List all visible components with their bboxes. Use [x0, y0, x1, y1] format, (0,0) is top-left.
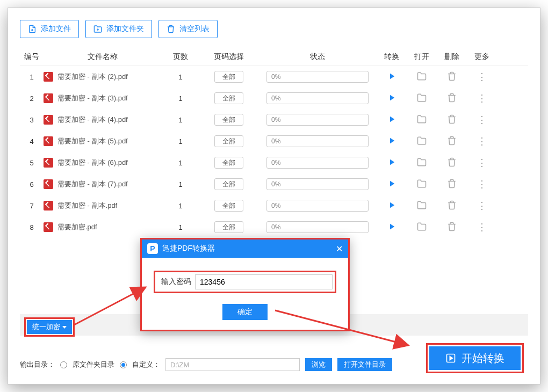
- convert-play-button[interactable]: [387, 71, 396, 83]
- add-file-button[interactable]: 添加文件: [20, 20, 79, 38]
- delete-icon[interactable]: [447, 93, 457, 104]
- col-convert: 转换: [377, 52, 407, 62]
- unify-encrypt-button[interactable]: 统一加密: [27, 320, 72, 334]
- col-name: 文件名称: [44, 52, 162, 62]
- more-icon[interactable]: ⋮: [477, 222, 487, 232]
- table-header: 编号 文件名称 页数 页码选择 状态 转换 打开 删除 更多: [20, 48, 528, 66]
- clear-list-button[interactable]: 清空列表: [158, 20, 218, 38]
- more-icon[interactable]: ⋮: [477, 72, 487, 82]
- row-pages: 1: [162, 73, 199, 81]
- clear-list-label: 清空列表: [179, 24, 210, 34]
- more-icon[interactable]: ⋮: [477, 93, 487, 103]
- page-select-button[interactable]: 全部: [214, 71, 243, 83]
- row-pages: 1: [162, 95, 199, 103]
- file-name: 需要加密 - 副本 (2).pdf: [57, 72, 128, 82]
- table-row: 3需要加密 - 副本 (4).pdf1全部0%⋮: [20, 109, 528, 130]
- file-name: 需要加密 - 副本 (7).pdf: [57, 179, 128, 189]
- delete-icon[interactable]: [447, 157, 457, 169]
- table-row: 6需要加密 - 副本 (7).pdf1全部0%⋮: [20, 173, 528, 195]
- open-folder-icon[interactable]: [417, 157, 427, 169]
- open-folder-icon[interactable]: [417, 93, 427, 104]
- open-folder-icon[interactable]: [417, 114, 427, 126]
- row-pages: 1: [162, 159, 199, 167]
- convert-play-button[interactable]: [387, 179, 396, 190]
- more-icon[interactable]: ⋮: [477, 115, 487, 125]
- delete-icon[interactable]: [447, 71, 457, 83]
- more-icon[interactable]: ⋮: [477, 179, 487, 189]
- col-pages: 页数: [162, 52, 199, 62]
- delete-icon[interactable]: [447, 222, 457, 233]
- convert-play-button[interactable]: [387, 114, 396, 126]
- delete-icon[interactable]: [447, 200, 457, 212]
- open-folder-icon[interactable]: [417, 71, 427, 83]
- pdf-icon: [44, 179, 53, 189]
- open-folder-button[interactable]: 打开文件目录: [337, 358, 392, 371]
- convert-play-button[interactable]: [387, 222, 396, 233]
- col-open: 打开: [407, 52, 437, 62]
- page-select-button[interactable]: 全部: [214, 135, 243, 147]
- password-input[interactable]: [195, 274, 333, 289]
- row-pages: 1: [162, 116, 199, 124]
- radio-custom-label: 自定义：: [132, 360, 160, 369]
- page-select-button[interactable]: 全部: [214, 221, 243, 233]
- col-status: 状态: [258, 52, 377, 62]
- dialog-title: 迅捷PDF转换器: [162, 244, 215, 253]
- table-row: 4需要加密 - 副本 (5).pdf1全部0%⋮: [20, 130, 528, 152]
- trash-icon: [167, 25, 175, 33]
- convert-play-button[interactable]: [387, 157, 396, 169]
- open-folder-icon[interactable]: [417, 136, 427, 147]
- password-label: 输入密码: [157, 277, 195, 287]
- col-no: 编号: [20, 52, 44, 62]
- dialog-close-icon[interactable]: ✕: [336, 244, 343, 254]
- dialog-titlebar[interactable]: P 迅捷PDF转换器 ✕: [142, 239, 348, 258]
- table-row: 8需要加密.pdf1全部0%⋮: [20, 216, 528, 238]
- col-page-sel: 页码选择: [199, 52, 258, 62]
- start-convert-button[interactable]: 开始转换: [429, 346, 521, 370]
- page-select-button[interactable]: 全部: [214, 92, 243, 104]
- pdf-icon: [44, 72, 53, 82]
- page-select-button[interactable]: 全部: [214, 200, 243, 212]
- page-select-button[interactable]: 全部: [214, 157, 243, 169]
- page-select-button[interactable]: 全部: [214, 114, 243, 126]
- status-bar: 0%: [266, 71, 369, 83]
- more-icon[interactable]: ⋮: [477, 201, 487, 210]
- status-bar: 0%: [266, 157, 369, 169]
- radio-same-folder[interactable]: [60, 361, 67, 368]
- row-pages: 1: [162, 180, 199, 188]
- delete-icon[interactable]: [447, 179, 457, 190]
- add-folder-button[interactable]: 添加文件夹: [85, 20, 152, 38]
- col-delete: 删除: [437, 52, 467, 62]
- password-dialog: P 迅捷PDF转换器 ✕ 输入密码 确定: [140, 238, 350, 331]
- open-folder-icon[interactable]: [417, 200, 427, 212]
- convert-play-button[interactable]: [387, 93, 396, 104]
- pdf-icon: [44, 115, 53, 125]
- convert-play-button[interactable]: [387, 200, 396, 212]
- convert-play-button[interactable]: [387, 136, 396, 147]
- folder-plus-icon: [93, 25, 102, 33]
- radio-custom[interactable]: [120, 361, 127, 368]
- pdf-icon: [44, 93, 53, 103]
- delete-icon[interactable]: [447, 136, 457, 147]
- file-name: 需要加密 - 副本 (4).pdf: [57, 115, 128, 125]
- page-select-button[interactable]: 全部: [214, 178, 243, 190]
- output-path-input[interactable]: [165, 358, 300, 371]
- more-icon[interactable]: ⋮: [477, 136, 487, 146]
- status-bar: 0%: [266, 135, 369, 147]
- open-folder-icon[interactable]: [417, 179, 427, 190]
- file-name: 需要加密 - 副本 (6).pdf: [57, 158, 128, 168]
- pdf-icon: [44, 136, 53, 146]
- status-bar: 0%: [266, 200, 369, 212]
- row-pages: 1: [162, 223, 199, 231]
- table-row: 1需要加密 - 副本 (2).pdf1全部0%⋮: [20, 66, 528, 88]
- file-plus-icon: [28, 25, 37, 33]
- password-row-highlight: 输入密码: [154, 271, 336, 293]
- open-folder-icon[interactable]: [417, 222, 427, 233]
- file-name: 需要加密 - 副本 (5).pdf: [57, 136, 128, 146]
- more-icon[interactable]: ⋮: [477, 158, 487, 168]
- app-logo-icon: P: [147, 243, 158, 254]
- dialog-ok-button[interactable]: 确定: [222, 304, 268, 320]
- browse-button[interactable]: 浏览: [305, 358, 332, 371]
- delete-icon[interactable]: [447, 114, 457, 126]
- status-bar: 0%: [266, 92, 369, 104]
- row-pages: 1: [162, 202, 199, 210]
